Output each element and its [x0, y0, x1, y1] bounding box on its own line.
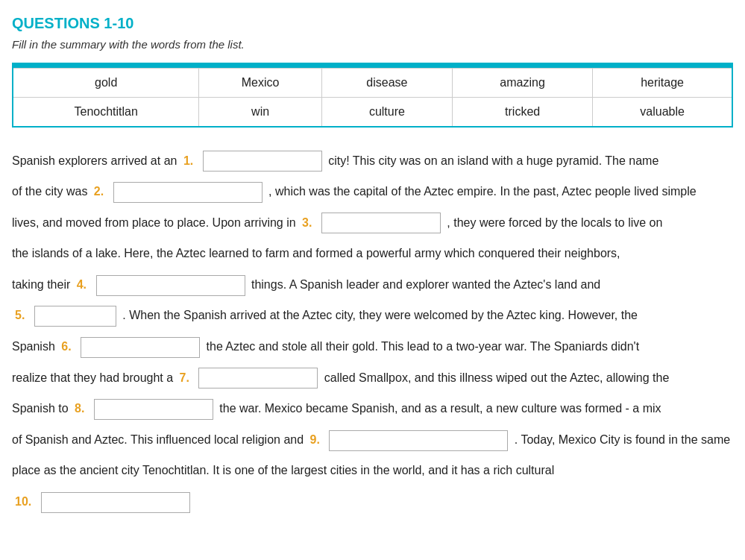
text-after-1: city! This city was on an island with a …: [328, 154, 658, 167]
text-after-5: . When the Spanish arrived at the Aztec …: [122, 309, 638, 321]
text-line9a: of Spanish and Aztec. This influenced lo…: [12, 433, 304, 446]
question-number-10: 10.: [15, 495, 31, 508]
word-row-1: gold Mexico disease amazing heritage: [13, 68, 732, 97]
word-tenochtitlan: Tenochtitlan: [13, 97, 199, 127]
text-after-2: , which was the capital of the Aztec emp…: [268, 185, 697, 198]
text-after-9: . Today, Mexico City is found in the sam…: [515, 433, 730, 446]
question-number-6: 6.: [61, 340, 71, 353]
questions-title: QUESTIONS 1-10: [12, 15, 733, 32]
word-valuable: valuable: [593, 97, 732, 127]
answer-input-6[interactable]: [81, 337, 200, 358]
answer-input-3[interactable]: [321, 213, 441, 233]
text-before-2: of the city was: [12, 185, 87, 198]
word-win: win: [199, 97, 321, 127]
word-amazing: amazing: [453, 68, 593, 97]
question-number-5: 5.: [15, 309, 25, 321]
answer-input-1[interactable]: [203, 151, 322, 172]
word-culture: culture: [321, 97, 452, 127]
text-before-6: Spanish: [12, 340, 55, 353]
passage: Spanish explorers arrived at an 1. city!…: [12, 145, 733, 517]
text-after-8: the war. Mexico became Spanish, and as a…: [219, 402, 661, 415]
text-before-7: realize that they had brought a: [12, 371, 173, 384]
question-number-4: 4.: [77, 278, 87, 291]
word-bank-table: gold Mexico disease amazing heritage Ten…: [12, 63, 733, 128]
answer-input-2[interactable]: [113, 182, 263, 203]
question-number-7: 7.: [180, 371, 189, 384]
question-number-2: 2.: [94, 185, 104, 198]
answer-input-4[interactable]: [96, 275, 245, 296]
text-before-8: Spanish to: [12, 402, 69, 415]
text-after-7: called Smallpox, and this illness wiped …: [324, 371, 669, 384]
answer-input-7[interactable]: [198, 368, 318, 388]
text-line4: the islands of a lake. Here, the Aztec l…: [12, 247, 620, 259]
question-number-3: 3.: [302, 216, 312, 229]
word-gold: gold: [13, 68, 199, 97]
word-disease: disease: [321, 68, 452, 97]
instructions: Fill in the summary with the words from …: [12, 38, 733, 51]
text-before-4: taking their: [12, 278, 70, 291]
text-after-3: , they were forced by the locals to live…: [447, 216, 662, 229]
word-tricked: tricked: [453, 97, 593, 127]
question-number-9: 9.: [310, 433, 320, 446]
answer-input-8[interactable]: [94, 399, 213, 420]
question-number-8: 8.: [75, 402, 84, 415]
word-mexico: Mexico: [199, 68, 321, 97]
text-after-6: the Aztec and stole all their gold. This…: [207, 340, 640, 353]
question-number-1: 1.: [183, 154, 193, 167]
word-heritage: heritage: [593, 68, 732, 97]
text-before-1: Spanish explorers arrived at an: [12, 154, 177, 167]
text-line10: place as the ancient city Tenochtitlan. …: [12, 464, 554, 476]
answer-input-10[interactable]: [41, 492, 190, 513]
word-row-2: Tenochtitlan win culture tricked valuabl…: [13, 97, 732, 127]
answer-input-9[interactable]: [329, 430, 508, 451]
text-after-4: things. A Spanish leader and explorer wa…: [251, 278, 600, 291]
text-line3: lives, and moved from place to place. Up…: [12, 216, 296, 229]
answer-input-5[interactable]: [34, 306, 116, 327]
